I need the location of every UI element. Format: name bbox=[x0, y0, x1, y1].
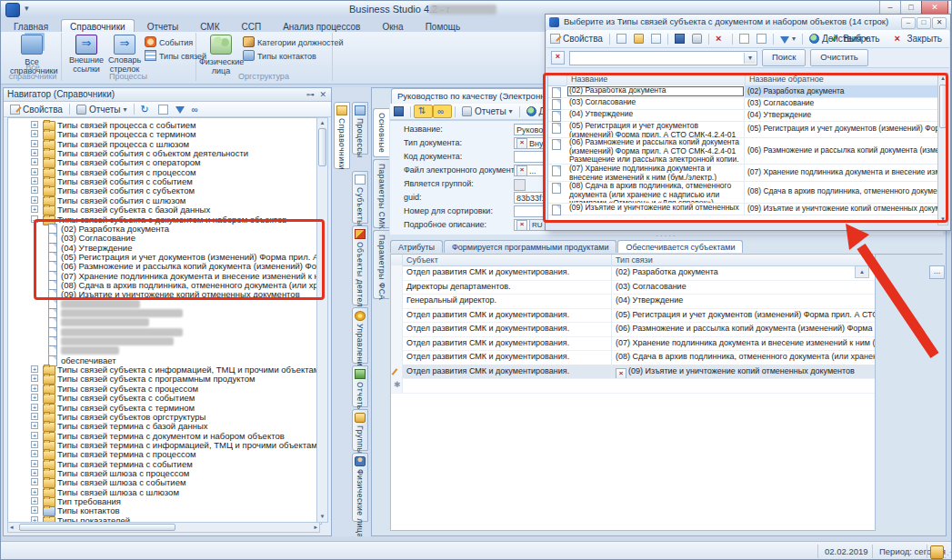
side-tab-Физические лица[interactable]: Физические лица bbox=[352, 453, 368, 522]
expand-icon[interactable]: + bbox=[31, 450, 38, 457]
tree-item-redacted[interactable] bbox=[8, 336, 322, 346]
save-button[interactable] bbox=[390, 105, 407, 117]
refresh-button[interactable]: ↻ bbox=[137, 104, 155, 115]
dialog-row[interactable]: (09) Изъятие и уничтожение копий отменен… bbox=[548, 203, 940, 215]
table-scroll-up-icon[interactable]: ▴ bbox=[855, 265, 869, 278]
tree-item[interactable]: +Типы контактов bbox=[8, 505, 322, 515]
document-button[interactable] bbox=[155, 104, 172, 115]
tree-item[interactable]: +Типы связей события с субъектом bbox=[8, 185, 322, 195]
collapse-icon[interactable]: – bbox=[31, 215, 38, 223]
expand-icon[interactable]: + bbox=[31, 149, 38, 156]
tree-item[interactable]: +Типы связей субъекта с процессом bbox=[8, 384, 322, 394]
dialog-row[interactable]: (02) Разработка документа(02) Разработка… bbox=[548, 85, 940, 98]
dlg-print-button[interactable] bbox=[688, 33, 706, 45]
tree-item[interactable]: +Типы связей субъекта с информацией, ТМЦ… bbox=[8, 365, 322, 375]
delete-button[interactable]: × bbox=[712, 33, 729, 45]
copy-button[interactable] bbox=[647, 33, 665, 45]
column-header-relation[interactable]: Тип связи bbox=[611, 255, 875, 265]
tree-item[interactable]: +Типы связей термина с базой данных bbox=[8, 421, 322, 431]
dialog-minimize-icon[interactable]: – bbox=[901, 17, 916, 29]
clear-icon[interactable]: × bbox=[616, 368, 626, 379]
tree-item[interactable]: обеспечивает bbox=[8, 355, 322, 365]
ribbon-tab-Анализ процессов[interactable]: Анализ процессов bbox=[274, 19, 369, 33]
tree-vertical-scrollbar[interactable]: ▴ ▾ bbox=[316, 117, 328, 523]
dlg-properties-button[interactable]: Свойства bbox=[546, 33, 606, 45]
tab-Обеспечивается субъектами[interactable]: Обеспечивается субъектами bbox=[617, 240, 743, 253]
side-tab-Процессы[interactable]: Процессы bbox=[352, 102, 368, 155]
doc-reports-button[interactable]: Отчеты▾ bbox=[458, 105, 516, 117]
dialog-row[interactable]: (03) Согласование(03) Согласование bbox=[548, 97, 940, 110]
tree-item[interactable]: +Типы связей события с объектом деятельн… bbox=[8, 148, 322, 158]
tree-item[interactable]: +Типы связей субъекта с термином bbox=[8, 403, 322, 413]
doc-vtab-Параметры ФСА[interactable]: Параметры ФСА bbox=[373, 230, 389, 299]
expand-icon[interactable]: + bbox=[31, 375, 38, 382]
expand-icon[interactable]: + bbox=[31, 488, 38, 495]
clear-icon[interactable]: × bbox=[516, 165, 527, 176]
tab-Формируется программными продуктами[interactable]: Формируется программными продуктами bbox=[444, 240, 616, 253]
tree-item-redacted[interactable] bbox=[8, 308, 322, 318]
tree-item[interactable]: (05) Регистрация и учет документов (изме… bbox=[8, 252, 322, 262]
side-tab-Отчеты[interactable]: Отчеты bbox=[352, 365, 368, 407]
ribbon-tab-Справочники[interactable]: Справочники bbox=[61, 19, 135, 33]
column-header-reverse-name[interactable]: Название обратное bbox=[745, 74, 940, 85]
expand-icon[interactable]: + bbox=[31, 158, 38, 165]
dialog-maximize-icon[interactable]: □ bbox=[917, 17, 931, 29]
tree-item[interactable]: +Типы связей процесса с термином bbox=[8, 129, 322, 139]
tree-item[interactable]: +Типы связей термина с документом и набо… bbox=[8, 431, 322, 441]
expand-icon[interactable]: + bbox=[31, 205, 38, 213]
splitter-handle[interactable]: ····· bbox=[390, 234, 943, 240]
clear-icon[interactable]: × bbox=[516, 138, 527, 149]
new-item-button[interactable] bbox=[613, 33, 630, 45]
dialog-close-button[interactable]: ×Закрыть bbox=[890, 33, 946, 45]
search-input[interactable]: ▾ bbox=[569, 51, 757, 65]
ribbon-button-Категории должностей[interactable]: Категории должностей bbox=[243, 36, 344, 49]
tree-item[interactable]: +Типы связей шлюза с шлюзом bbox=[8, 487, 322, 497]
ribbon-button-Физические лица[interactable]: Физические лица bbox=[199, 35, 243, 75]
clear-button[interactable]: Очистить bbox=[810, 49, 867, 66]
tree-item[interactable]: +Типы связей субъекта с событием bbox=[8, 393, 322, 403]
dlg-doc-print-button[interactable] bbox=[753, 33, 770, 45]
column-header-name[interactable]: Название bbox=[566, 74, 745, 85]
dialog-vertical-scrollbar[interactable]: ▴ ▾ bbox=[937, 73, 948, 225]
expand-icon[interactable]: + bbox=[31, 130, 38, 137]
tree-item[interactable]: +Типы связей шлюза с событием bbox=[8, 477, 322, 487]
dialog-row[interactable]: (06) Размножение и рассылка копий докуме… bbox=[548, 137, 940, 165]
expand-icon[interactable]: + bbox=[31, 394, 38, 401]
expand-icon[interactable]: + bbox=[31, 497, 38, 505]
select-button[interactable]: ✓Выбрать bbox=[827, 33, 883, 45]
expand-icon[interactable]: + bbox=[31, 460, 38, 467]
expand-icon[interactable]: + bbox=[31, 441, 38, 448]
side-tab-Объекты деятельности[interactable]: Объекты деятельности bbox=[352, 225, 368, 305]
tree-item-redacted[interactable] bbox=[8, 299, 322, 309]
combo-dropdown-icon[interactable]: ▾ bbox=[744, 53, 756, 64]
ribbon-tab-Отчеты[interactable]: Отчеты bbox=[138, 19, 188, 33]
table-row[interactable]: Отдел развития СМК и документирования.×(… bbox=[391, 365, 875, 380]
navigator-close-icon[interactable]: ✕ bbox=[319, 90, 326, 99]
link-button[interactable]: ∞ bbox=[188, 104, 205, 115]
expand-icon[interactable]: + bbox=[31, 177, 38, 185]
side-tab-Управление[interactable]: Управление bbox=[352, 307, 368, 364]
tree-item[interactable]: +Типы связей процесса с событием bbox=[8, 120, 322, 130]
split-view-button[interactable]: ⇅ bbox=[414, 105, 433, 118]
expand-icon[interactable]: + bbox=[31, 186, 38, 194]
tree-item-redacted[interactable] bbox=[8, 345, 322, 355]
expand-icon[interactable]: + bbox=[31, 469, 38, 476]
clear-icon[interactable]: × bbox=[516, 220, 527, 231]
tree-item[interactable]: (02) Разработка документа bbox=[8, 224, 322, 234]
dialog-row[interactable]: (08) Сдача в архив подлинника, отмененно… bbox=[548, 181, 940, 204]
dialog-close-icon[interactable]: ✕ bbox=[932, 17, 947, 29]
expand-icon[interactable]: + bbox=[31, 168, 38, 175]
doc-vtab-Основные[interactable]: Основные bbox=[373, 108, 389, 157]
pin-icon[interactable]: ⊶ bbox=[306, 90, 315, 99]
dlg-save-button[interactable] bbox=[671, 33, 688, 45]
tree-horizontal-scrollbar[interactable]: ◂ ▸ bbox=[7, 522, 320, 533]
tree-item[interactable]: +Типы связей термина с процессом bbox=[8, 449, 322, 459]
tree-item[interactable]: (06) Размножение и рассылка копий докуме… bbox=[8, 261, 322, 271]
reports-button[interactable]: Отчеты▾ bbox=[73, 104, 131, 115]
table-row[interactable]: Отдел развития СМК и документирования.(0… bbox=[391, 322, 875, 337]
search-clear-icon[interactable]: × bbox=[551, 51, 565, 65]
side-tab-Группы[interactable]: Группы bbox=[352, 409, 368, 451]
table-row[interactable]: Отдел развития СМК и документирования.(0… bbox=[391, 336, 875, 352]
ribbon-tab-СМК[interactable]: СМК bbox=[191, 19, 228, 33]
tree-item[interactable]: +Типы связей термина с событием bbox=[8, 459, 322, 469]
